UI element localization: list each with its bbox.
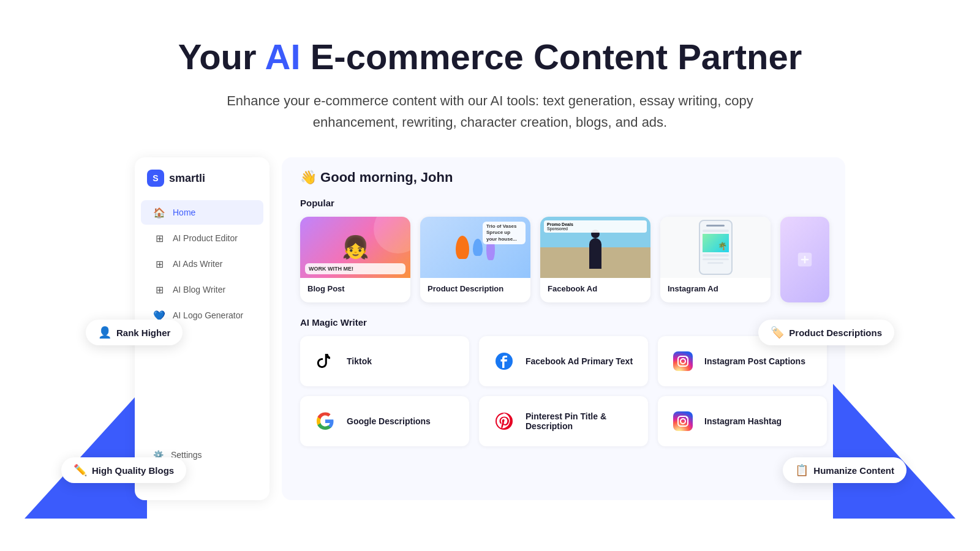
- hero-title: Your AI E-commerce Content Partner: [123, 37, 858, 78]
- hero-section: Your AI E-commerce Content Partner Enhan…: [0, 0, 980, 157]
- blue-decor-right: [833, 384, 956, 519]
- popular-section-title: Popular: [300, 198, 827, 208]
- humanize-content-badge[interactable]: 📋 Humanize Content: [783, 457, 907, 483]
- pinterest-label: Pinterest Pin Title & Description: [526, 411, 636, 431]
- product-card-text: Trio of VasesSpruce up your house...: [483, 222, 526, 244]
- sidebar-item-home[interactable]: 🏠 Home: [141, 200, 263, 225]
- facebook-icon: [491, 348, 517, 374]
- sidebar-logo: S smartli: [135, 170, 270, 199]
- pinterest-icon: [491, 408, 517, 434]
- blue-decor-left: [24, 384, 147, 519]
- popular-cards: 👧 WORK WITH ME! Blog Post Trio of VasesS: [300, 217, 827, 302]
- blogs-icon: ✏️: [74, 463, 87, 477]
- beach-person: [589, 238, 601, 269]
- product-descriptions-badge[interactable]: 🏷️ Product Descriptions: [758, 320, 894, 345]
- phone-notch: [706, 225, 725, 227]
- facebook-ad-label: Facebook Ad: [540, 278, 650, 299]
- instagram-hashtag-icon: [670, 408, 696, 434]
- greeting: 👋 Good morning, John: [300, 170, 827, 186]
- instagram-ad-label: Instagram Ad: [660, 278, 771, 299]
- facebook-label: Facebook Ad Primary Text: [526, 356, 633, 366]
- instagram-captions-icon: [670, 348, 696, 374]
- svg-rect-2: [673, 351, 693, 371]
- blog-card-cta: WORK WITH ME!: [305, 263, 405, 274]
- tiktok-label: Tiktok: [347, 356, 372, 366]
- google-label: Google Descriptions: [347, 416, 431, 426]
- popular-card-product-description[interactable]: Trio of VasesSpruce up your house... Pro…: [420, 217, 530, 302]
- blog-post-image: 👧 WORK WITH ME!: [300, 217, 410, 278]
- svg-point-5: [686, 357, 687, 358]
- screen-text-2: [707, 262, 723, 264]
- logo-icon: S: [147, 170, 164, 187]
- blog-post-label: Blog Post: [300, 278, 410, 299]
- phone-mockup: 🌴: [699, 220, 733, 275]
- partial-card-icon: [796, 250, 814, 269]
- magic-card-instagram-hashtag[interactable]: Instagram Hashtag: [658, 396, 827, 446]
- instagram-hashtag-label: Instagram Hashtag: [704, 416, 782, 426]
- google-icon: [312, 408, 338, 434]
- sidebar-item-ai-ads-writer[interactable]: ⊞ AI Ads Writer: [141, 252, 263, 276]
- magic-card-pinterest[interactable]: Pinterest Pin Title & Description: [479, 396, 648, 446]
- sidebar-item-ai-product-editor[interactable]: ⊞ AI Product Editor: [141, 226, 263, 250]
- sidebar-nav: 🏠 Home ⊞ AI Product Editor ⊞ AI Ads Writ…: [135, 200, 270, 328]
- popular-card-facebook-ad[interactable]: Promo DealsSponsored Facebook Ad: [540, 217, 650, 302]
- screen-text-1: [703, 258, 729, 260]
- magic-card-tiktok[interactable]: Tiktok: [300, 336, 469, 386]
- blog-post-figure: 👧: [342, 234, 369, 260]
- sidebar-item-ai-blog-writer[interactable]: ⊞ AI Blog Writer: [141, 277, 263, 302]
- screen-image: 🌴: [703, 234, 729, 252]
- product-description-image: Trio of VasesSpruce up your house...: [420, 217, 530, 278]
- product-description-label: Product Description: [420, 278, 530, 299]
- high-quality-blogs-badge[interactable]: ✏️ High Quality Blogs: [61, 457, 186, 483]
- fb-ad-header: Promo DealsSponsored: [544, 220, 647, 233]
- svg-point-10: [686, 417, 687, 418]
- blog-writer-icon: ⊞: [153, 283, 165, 296]
- magic-card-google[interactable]: Google Descriptions: [300, 396, 469, 446]
- hero-subtitle: Enhance your e-commerce content with our…: [184, 90, 796, 133]
- products-icon: 🏷️: [771, 326, 784, 339]
- magic-writer-grid: Tiktok Facebook Ad Primary Text: [300, 336, 827, 446]
- screen-bar-2: [703, 254, 729, 257]
- popular-card-blog-post[interactable]: 👧 WORK WITH ME! Blog Post: [300, 217, 410, 302]
- vase-orange: [456, 236, 469, 259]
- vase-blue: [473, 239, 483, 256]
- svg-rect-7: [673, 411, 693, 431]
- humanize-icon: 📋: [795, 463, 809, 477]
- instagram-ad-image: 🌴: [660, 217, 771, 278]
- facebook-ad-image: Promo DealsSponsored: [540, 217, 650, 278]
- rank-higher-badge[interactable]: 👤 Rank Higher: [86, 320, 183, 345]
- popular-card-instagram-ad[interactable]: 🌴 Instagram Ad: [660, 217, 771, 302]
- rank-higher-icon: 👤: [98, 326, 111, 339]
- popular-card-partial[interactable]: [780, 217, 829, 302]
- instagram-captions-label: Instagram Post Captions: [704, 356, 805, 366]
- product-editor-icon: ⊞: [153, 232, 165, 244]
- screen-bar-1: [703, 230, 729, 232]
- ads-writer-icon: ⊞: [153, 258, 165, 270]
- home-icon: 🏠: [153, 206, 165, 219]
- tiktok-icon: [312, 348, 338, 374]
- magic-writer-section-title: AI Magic Writer: [300, 317, 827, 328]
- magic-card-facebook[interactable]: Facebook Ad Primary Text: [479, 336, 648, 386]
